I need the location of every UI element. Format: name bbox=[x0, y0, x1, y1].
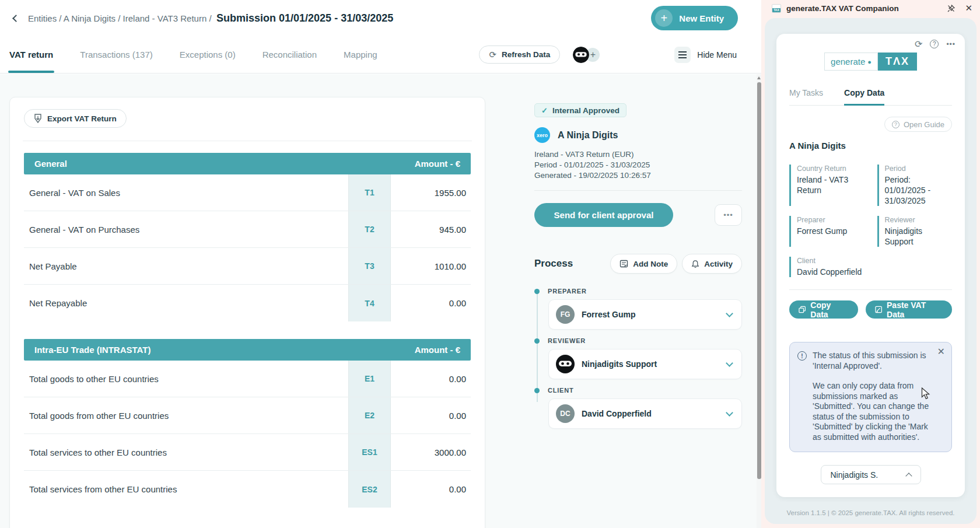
breadcrumb-current: Submission 01/01/2025 - 31/03/2025 bbox=[216, 12, 393, 24]
table-row: Total services to other EU countries ES1… bbox=[24, 434, 471, 471]
divider bbox=[534, 190, 742, 191]
hide-menu-label: Hide Menu bbox=[697, 50, 737, 60]
tab-my-tasks[interactable]: My Tasks bbox=[789, 88, 823, 97]
divider bbox=[23, 141, 472, 141]
copy-data-button[interactable]: Copy Data bbox=[789, 300, 858, 319]
chevron-down-icon bbox=[726, 409, 733, 417]
avatar-cluster: + bbox=[573, 47, 600, 63]
preparer-avatar: FG bbox=[556, 305, 575, 324]
step-label: REVIEWER bbox=[534, 337, 742, 344]
row-code: ES1 bbox=[348, 434, 391, 470]
app-header: Entities / A Ninja Digits / Ireland - VA… bbox=[0, 0, 761, 36]
paste-vat-data-button[interactable]: Paste VAT Data bbox=[866, 300, 952, 319]
user-menu-button[interactable]: Ninjadigits S. bbox=[821, 465, 921, 484]
activity-button[interactable]: Activity bbox=[682, 254, 742, 274]
reviewer-dropdown[interactable]: Ninjadigits Support bbox=[548, 349, 742, 379]
extension-buttons: Copy Data Paste VAT Data bbox=[789, 300, 952, 319]
sync-icon[interactable]: ⟳ bbox=[915, 39, 922, 50]
table-row: General - VAT on Purchases T2 945.00 bbox=[24, 211, 471, 248]
table-row: Total services from other EU countries E… bbox=[24, 471, 471, 508]
table-title: General bbox=[34, 159, 67, 169]
row-code: T4 bbox=[348, 285, 391, 321]
return-line: Ireland - VAT3 Return (EUR) bbox=[534, 149, 742, 160]
row-label: Total services from other EU countries bbox=[24, 471, 348, 508]
tab-transactions[interactable]: Transactions (137) bbox=[80, 50, 153, 60]
row-code: E1 bbox=[348, 361, 391, 397]
scrollbar-up-arrow[interactable] bbox=[757, 76, 761, 79]
main-app: Entities / A Ninja Digits / Ireland - VA… bbox=[0, 0, 761, 528]
bell-icon bbox=[691, 260, 699, 268]
refresh-data-button[interactable]: ⟳ Refresh Data bbox=[479, 46, 560, 64]
page: Entities / A Ninja Digits / Ireland - VA… bbox=[0, 0, 980, 528]
open-guide-button[interactable]: ? Open Guide bbox=[884, 117, 952, 132]
process-header: Process Add Note bbox=[534, 254, 742, 274]
back-button[interactable] bbox=[8, 11, 23, 26]
row-amount: 0.00 bbox=[391, 285, 471, 321]
submission-fields: Country Return Ireland - VAT3 Return Per… bbox=[789, 165, 952, 277]
breadcrumb-links[interactable]: Entities / A Ninja Digits / Ireland - VA… bbox=[28, 13, 212, 23]
generated-line: Generated - 19/02/2025 10:26:57 bbox=[534, 170, 742, 181]
step-role: REVIEWER bbox=[548, 337, 586, 344]
unpin-icon[interactable] bbox=[947, 4, 956, 13]
add-note-button[interactable]: Add Note bbox=[610, 254, 677, 274]
tab-vat-return[interactable]: VAT return bbox=[9, 50, 53, 60]
field-value: David Copperfield bbox=[797, 267, 864, 277]
activity-label: Activity bbox=[704, 260, 733, 268]
export-vat-return-button[interactable]: Export VAT Return bbox=[24, 109, 127, 128]
ninja-avatar[interactable] bbox=[573, 47, 589, 63]
tab-copy-data[interactable]: Copy Data bbox=[844, 88, 884, 97]
hide-menu-button[interactable]: Hide Menu bbox=[674, 47, 737, 63]
scrollbar-thumb[interactable] bbox=[757, 82, 761, 479]
help-icon[interactable]: ? bbox=[930, 40, 939, 48]
table-header: General Amount - € bbox=[24, 153, 471, 174]
row-label: Total goods to other EU countries bbox=[24, 361, 348, 397]
overflow-menu-icon[interactable]: ••• bbox=[946, 40, 956, 48]
amount-header: Amount - € bbox=[415, 159, 460, 169]
field-value: Period: 01/01/2025 - 31/03/2025 bbox=[885, 174, 953, 206]
copy-data-label: Copy Data bbox=[810, 300, 848, 319]
process-title: Process bbox=[534, 258, 573, 270]
alert-line-2: We can only copy data from submissions m… bbox=[813, 381, 934, 442]
paste-vat-data-label: Paste VAT Data bbox=[887, 300, 943, 319]
copy-icon bbox=[799, 306, 806, 313]
extension-tabs: My Tasks Copy Data bbox=[789, 88, 952, 106]
client-dropdown[interactable]: DC David Copperfield bbox=[548, 398, 742, 429]
submission-summary: ✓ Internal Approved xero A Ninja Digits … bbox=[534, 103, 742, 436]
tab-exceptions[interactable]: Exceptions (0) bbox=[180, 50, 236, 60]
close-icon[interactable]: ✕ bbox=[965, 3, 972, 13]
process-timeline: PREPARER FG Forrest Gump REVIEWER bbox=[534, 288, 742, 429]
row-label: General - VAT on Purchases bbox=[24, 211, 348, 247]
tab-mapping[interactable]: Mapping bbox=[344, 50, 377, 60]
extension-card: ⟳ ? ••• generate● TΛX My Tasks Copy Data… bbox=[776, 34, 965, 497]
field-label: Country Return bbox=[797, 165, 864, 173]
row-label: Total goods from other EU countries bbox=[24, 397, 348, 433]
actions-row: Send for client approval ••• bbox=[534, 203, 742, 227]
download-icon bbox=[34, 114, 42, 123]
row-amount: 945.00 bbox=[391, 211, 471, 247]
titlebar-icons: ✕ bbox=[947, 3, 972, 13]
row-code: ES2 bbox=[348, 471, 391, 508]
chevron-down-icon bbox=[726, 310, 733, 317]
extension-footer: Version 1.1.5 | © 2025 generate.TAX. All… bbox=[765, 509, 977, 516]
step-label: CLIENT bbox=[534, 387, 742, 394]
more-options-button[interactable]: ••• bbox=[715, 204, 742, 226]
alert-close-icon[interactable]: ✕ bbox=[937, 347, 945, 356]
send-for-client-approval-button[interactable]: Send for client approval bbox=[534, 203, 673, 227]
preparer-dropdown[interactable]: FG Forrest Gump bbox=[548, 299, 742, 330]
field-period: Period Period: 01/01/2025 - 31/03/2025 bbox=[877, 165, 953, 206]
row-amount: 1010.00 bbox=[391, 248, 471, 284]
alert-text: The status of this submission is 'Intern… bbox=[813, 351, 934, 442]
field-preparer: Preparer Forrest Gump bbox=[789, 216, 864, 247]
page-scrollbar[interactable] bbox=[757, 74, 761, 528]
chevron-down-icon bbox=[726, 359, 733, 367]
row-label: Net Payable bbox=[24, 248, 348, 284]
note-icon bbox=[620, 260, 628, 268]
logo-tax: TΛX bbox=[878, 53, 917, 71]
table-row: Total goods from other EU countries E2 0… bbox=[24, 397, 471, 434]
row-amount: 1955.00 bbox=[391, 174, 471, 211]
new-entity-button[interactable]: + New Entity bbox=[651, 6, 738, 30]
tab-reconciliation[interactable]: Reconciliation bbox=[262, 50, 317, 60]
row-code: E2 bbox=[348, 397, 391, 433]
step-label: PREPARER bbox=[534, 288, 742, 295]
extension-card-icons: ⟳ ? ••• bbox=[915, 39, 956, 50]
